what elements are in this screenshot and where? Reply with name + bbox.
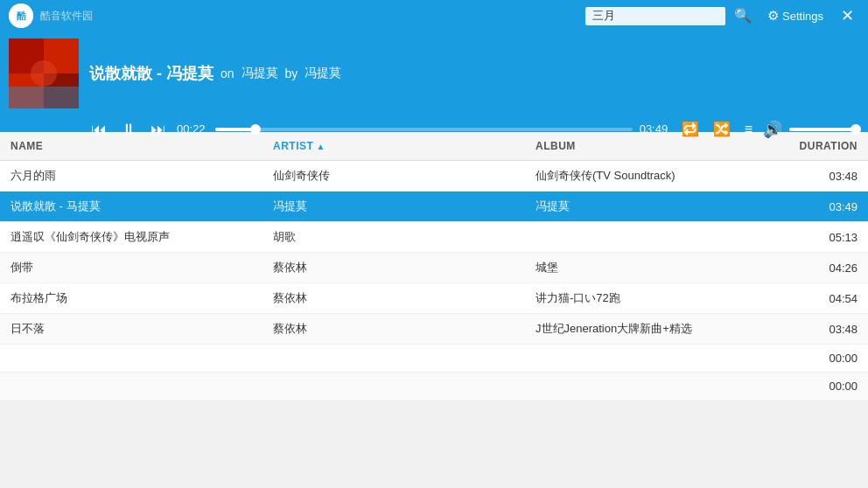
track-duration: 04:26 — [780, 254, 868, 282]
search-input[interactable] — [585, 7, 725, 25]
track-album-cell: 城堡 — [525, 253, 780, 282]
app-logo: 酷 — [9, 3, 33, 28]
search-icon: 🔍 — [734, 8, 752, 23]
track-album: 冯提莫 — [242, 66, 278, 81]
track-artist-cell: 蔡依林 — [262, 283, 525, 313]
column-header-artist[interactable]: ARTIST — [262, 136, 525, 156]
gear-icon: ⚙ — [767, 8, 779, 24]
track-artist-cell: 冯提莫 — [262, 192, 525, 221]
track-duration: 03:49 — [780, 193, 868, 220]
track-info: 说散就散 - 冯提莫 on 冯提莫 by 冯提莫 — [89, 63, 859, 84]
titlebar: 酷 酷音软件园 🔍 ⚙ Settings ✕ — [0, 0, 868, 31]
track-row[interactable]: 00:00 — [0, 373, 868, 401]
track-name: 倒带 — [0, 253, 262, 282]
track-row[interactable]: 逍遥叹《仙剑奇侠传》电视原声胡歌05:13 — [0, 222, 868, 253]
track-artist-cell: 仙剑奇侠传 — [262, 161, 525, 191]
track-list: 六月的雨仙剑奇侠传仙剑奇侠传(TV Soundtrack)03:48说散就散 -… — [0, 161, 868, 401]
track-row[interactable]: 日不落蔡依林J世纪Jeneration大牌新曲+精选03:48 — [0, 314, 868, 345]
table-header: NAME ARTIST ALBUM DURATION — [0, 132, 868, 161]
progress-bar[interactable] — [215, 128, 633, 131]
track-row[interactable]: 倒带蔡依林城堡04:26 — [0, 253, 868, 283]
track-artist: 冯提莫 — [304, 66, 341, 81]
app-title-text: 酷音软件园 — [40, 9, 93, 24]
volume-bar[interactable] — [789, 128, 859, 131]
progress-thumb[interactable] — [250, 124, 261, 135]
track-row[interactable]: 六月的雨仙剑奇侠传仙剑奇侠传(TV Soundtrack)03:48 — [0, 161, 868, 192]
track-album-cell: 冯提莫 — [525, 192, 780, 221]
track-duration: 04:54 — [780, 285, 868, 312]
track-name: 六月的雨 — [0, 161, 262, 191]
titlebar-left: 酷 酷音软件园 — [9, 3, 93, 28]
track-name — [0, 380, 262, 394]
close-button[interactable]: ✕ — [836, 6, 859, 25]
column-header-duration[interactable]: DURATION — [780, 136, 868, 156]
volume-fill — [789, 128, 856, 131]
column-header-album[interactable]: ALBUM — [525, 136, 780, 156]
titlebar-center: 🔍 ⚙ Settings ✕ — [585, 6, 859, 25]
track-row[interactable]: 00:00 — [0, 345, 868, 373]
settings-label: Settings — [782, 10, 823, 23]
track-album-cell — [525, 230, 780, 244]
time-total: 03:49 — [640, 122, 671, 136]
track-by-label: by — [285, 66, 298, 80]
track-artist-cell: 蔡依林 — [262, 253, 525, 282]
column-header-name[interactable]: NAME — [0, 136, 262, 156]
track-album-cell: 仙剑奇侠传(TV Soundtrack) — [525, 161, 780, 191]
svg-rect-6 — [9, 87, 79, 108]
track-row[interactable]: 说散就散 - 马提莫冯提莫冯提莫03:49 — [0, 192, 868, 222]
album-art — [9, 38, 79, 108]
track-duration: 03:48 — [780, 163, 868, 190]
track-album-cell: J世纪Jeneration大牌新曲+精选 — [525, 314, 780, 344]
track-album-cell — [525, 352, 780, 366]
svg-point-5 — [31, 60, 57, 87]
volume-thumb[interactable] — [850, 124, 861, 135]
album-art-image — [9, 38, 79, 108]
track-album-cell — [525, 380, 780, 394]
time-current: 00:22 — [177, 122, 208, 136]
track-album-cell: 讲力猫-口い72跑 — [525, 283, 780, 313]
track-duration: 00:00 — [780, 373, 868, 400]
track-name: 逍遥叹《仙剑奇侠传》电视原声 — [0, 222, 262, 252]
track-title: 说散就散 - 冯提莫 — [89, 63, 214, 84]
track-artist-cell — [262, 380, 525, 394]
settings-button[interactable]: ⚙ Settings — [760, 6, 830, 25]
player-top: 说散就散 - 冯提莫 on 冯提莫 by 冯提莫 — [0, 31, 868, 115]
search-button[interactable]: 🔍 — [731, 7, 755, 24]
track-duration: 03:48 — [780, 316, 868, 343]
player: 说散就散 - 冯提莫 on 冯提莫 by 冯提莫 ⏮ ⏸ ⏭ 00:22 03:… — [0, 31, 868, 132]
track-artist-cell: 胡歌 — [262, 222, 525, 252]
track-artist-cell: 蔡依林 — [262, 314, 525, 344]
svg-text:酷: 酷 — [17, 10, 27, 21]
track-name: 日不落 — [0, 314, 262, 344]
track-row[interactable]: 布拉格广场蔡依林讲力猫-口い72跑04:54 — [0, 283, 868, 314]
track-duration: 00:00 — [780, 345, 868, 372]
track-on-label: on — [220, 66, 234, 80]
track-duration: 05:13 — [780, 224, 868, 251]
track-name: 说散就散 - 马提莫 — [0, 192, 262, 221]
track-name — [0, 352, 262, 366]
track-name: 布拉格广场 — [0, 283, 262, 313]
track-artist-cell — [262, 352, 525, 366]
